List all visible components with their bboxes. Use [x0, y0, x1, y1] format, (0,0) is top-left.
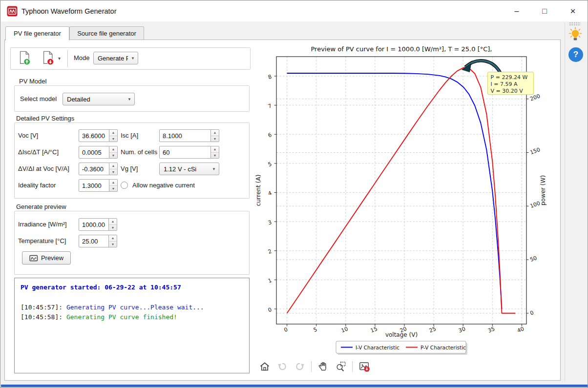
spinner-down-icon[interactable]: ▼	[109, 153, 117, 159]
spinner-down-icon[interactable]: ▼	[211, 153, 219, 159]
preview-button[interactable]: Preview	[22, 251, 71, 265]
drag-handle-dots	[569, 22, 581, 26]
toolbar-separator	[352, 361, 353, 372]
voc-spinbox[interactable]: ▲▼	[79, 129, 118, 142]
irradiance-spinner-buttons[interactable]: ▲▼	[109, 218, 117, 231]
num-cells-spinner-buttons[interactable]: ▲▼	[211, 146, 219, 159]
svg-text:7: 7	[267, 102, 273, 110]
close-button[interactable]: ×	[563, 4, 583, 19]
svg-text:5: 5	[313, 326, 318, 333]
spinner-down-icon[interactable]: ▼	[109, 169, 117, 175]
zoom-button[interactable]	[335, 361, 347, 373]
app-window: Typhoon Waveform Generator – □ × PV file…	[0, 0, 588, 388]
vg-label: Vg [V]	[121, 163, 138, 175]
log-output[interactable]: PV generator started: 06-29-22 at 10:45:…	[14, 278, 250, 373]
log-message: Generating PV curve finished!	[66, 313, 177, 321]
irradiance-input[interactable]	[79, 218, 109, 231]
chevron-down-icon: ▼	[125, 97, 134, 102]
window-title: Typhoon Waveform Generator	[21, 7, 117, 15]
spinner-down-icon[interactable]: ▼	[109, 136, 117, 142]
num-cells-input[interactable]	[159, 146, 211, 159]
irradiance-spinbox[interactable]: ▲▼	[79, 218, 117, 231]
allow-negative-radio[interactable]	[121, 182, 128, 189]
mode-select[interactable]: Generate PV ▼	[93, 52, 138, 64]
spinner-down-icon[interactable]: ▼	[109, 186, 117, 192]
back-button[interactable]	[276, 361, 288, 373]
svg-text:V = 30.20 V: V = 30.20 V	[491, 88, 524, 94]
svg-text:10: 10	[340, 326, 349, 334]
ideality-spinbox[interactable]: ▲▼	[79, 179, 118, 192]
ideality-label: Ideality factor	[18, 179, 56, 192]
irradiance-label: Irradiance [W/m²]	[18, 218, 67, 231]
svg-text:P = 229.24 W: P = 229.24 W	[491, 74, 528, 81]
svg-text:8: 8	[267, 74, 273, 81]
disc-dt-label: ΔIsc/ΔT [A/°C]	[18, 146, 59, 159]
maximize-button[interactable]: □	[535, 4, 554, 19]
isc-spinner-buttons[interactable]: ▲▼	[211, 129, 219, 142]
temperature-spinner-buttons[interactable]: ▲▼	[109, 235, 117, 247]
svg-text:Preview of PV curve for I = 10: Preview of PV curve for I = 1000.0 [W/m²…	[311, 45, 492, 53]
spinner-down-icon[interactable]: ▼	[109, 225, 117, 231]
disc-dt-input[interactable]	[79, 146, 109, 159]
temperature-spinbox[interactable]: ▲▼	[79, 235, 117, 247]
svg-text:voltage (V): voltage (V)	[385, 331, 418, 338]
dv-di-spinbox[interactable]: ▲▼	[79, 163, 118, 175]
spinner-up-icon[interactable]: ▲	[109, 235, 117, 242]
pv-model-caption: PV Model	[18, 78, 47, 85]
spinner-down-icon[interactable]: ▼	[211, 136, 219, 142]
home-button[interactable]	[258, 361, 271, 373]
vg-select[interactable]: 1.12 V - cSi ▼	[159, 163, 219, 175]
ideality-spinner-buttons[interactable]: ▲▼	[109, 179, 118, 192]
spinner-up-icon[interactable]: ▲	[109, 219, 117, 225]
tab-source-file-generator[interactable]: Source file generator	[69, 26, 144, 40]
spinner-down-icon[interactable]: ▼	[109, 242, 117, 247]
pan-button[interactable]	[317, 361, 329, 373]
spinner-up-icon[interactable]: ▲	[109, 163, 117, 169]
tab-pv-file-generator[interactable]: PV file generator	[5, 26, 69, 41]
disc-dt-spinner-buttons[interactable]: ▲▼	[109, 146, 118, 159]
zoom-rect-icon	[335, 361, 347, 372]
isc-input[interactable]	[159, 129, 211, 142]
voc-spinner-buttons[interactable]: ▲▼	[109, 129, 118, 142]
dv-di-spinner-buttons[interactable]: ▲▼	[109, 163, 118, 175]
temperature-input[interactable]	[79, 235, 109, 247]
pan-hand-icon	[317, 361, 329, 372]
pv-curve-chart: Preview of PV curve for I = 1000.0 [W/m²…	[253, 42, 560, 360]
home-icon	[259, 361, 271, 372]
forward-button[interactable]	[294, 361, 306, 373]
svg-text:2: 2	[267, 248, 273, 255]
preview-button-label: Preview	[41, 254, 63, 262]
window-bottom-accent	[1, 385, 588, 387]
spinner-up-icon[interactable]: ▲	[211, 146, 219, 153]
chevron-down-icon: ▼	[209, 167, 219, 171]
model-select[interactable]: Detailed ▼	[63, 93, 135, 105]
spinner-up-icon[interactable]: ▲	[109, 180, 117, 186]
isc-spinbox[interactable]: ▲▼	[159, 129, 219, 142]
num-cells-spinbox[interactable]: ▲▼	[159, 146, 219, 159]
help-button[interactable]: ?	[568, 47, 583, 62]
spinner-up-icon[interactable]: ▲	[211, 130, 219, 136]
undo-arrow-icon	[276, 361, 288, 372]
file-download-icon	[41, 50, 55, 66]
generate-file-button[interactable]	[40, 50, 56, 67]
ideality-input[interactable]	[79, 179, 109, 192]
save-figure-button[interactable]	[358, 361, 370, 373]
voc-input[interactable]	[79, 129, 109, 142]
select-model-label: Select model	[20, 93, 57, 105]
dv-di-input[interactable]	[79, 163, 109, 175]
spinner-up-icon[interactable]: ▲	[109, 130, 117, 136]
spinner-up-icon[interactable]: ▲	[109, 146, 117, 153]
load-file-button[interactable]	[16, 50, 33, 67]
generate-file-dropdown-caret[interactable]: ▾	[58, 56, 61, 61]
svg-text:3: 3	[267, 219, 273, 226]
hint-button[interactable]	[567, 26, 584, 44]
disc-dt-spinbox[interactable]: ▲▼	[79, 146, 118, 159]
generate-preview-caption: Generate preview	[15, 203, 67, 210]
log-message: Generating PV curve...Please wait...	[66, 304, 204, 311]
minimize-button[interactable]: –	[507, 4, 526, 19]
log-header: PV generator started: 06-29-22 at 10:45:…	[21, 283, 243, 292]
svg-text:current (A): current (A)	[255, 175, 262, 206]
svg-text:0: 0	[267, 306, 273, 314]
title-bar: Typhoon Waveform Generator – □ ×	[1, 1, 588, 21]
detailed-settings-caption: Detailed PV Settings	[15, 115, 75, 122]
